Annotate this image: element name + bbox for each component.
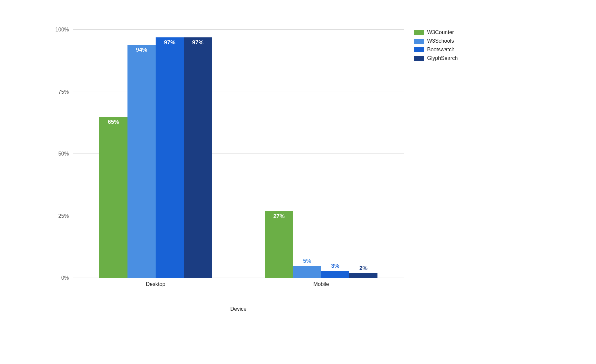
y-tick-label: 100%	[55, 27, 73, 33]
bar-value-label: 65%	[99, 119, 127, 125]
category-label: Mobile	[313, 281, 329, 287]
bar: 2%	[349, 273, 377, 278]
legend-item: Bootswatch	[414, 45, 458, 54]
bar: 94%	[127, 45, 156, 278]
bar-value-label: 97%	[184, 39, 212, 46]
legend-swatch	[414, 30, 424, 35]
bar-value-label: 94%	[127, 47, 156, 53]
y-tick-label: 50%	[58, 151, 73, 157]
legend-label: W3Schools	[427, 38, 454, 44]
legend-swatch	[414, 39, 424, 44]
y-tick-label: 0%	[61, 275, 73, 281]
bar-value-label: 3%	[321, 263, 349, 269]
bar: 97%	[156, 37, 184, 278]
chart: 0%25%50%75%100%65%94%97%97%Desktop27%5%3…	[17, 10, 497, 308]
legend-swatch	[414, 47, 424, 52]
bar: 65%	[99, 117, 127, 278]
legend-item: GlyphSearch	[414, 54, 458, 63]
bar-group: 27%5%3%2%Mobile	[238, 30, 404, 278]
legend-label: Bootswatch	[427, 47, 455, 53]
legend: W3CounterW3SchoolsBootswatchGlyphSearch	[414, 28, 458, 63]
bar-value-label: 5%	[293, 258, 321, 264]
bar: 3%	[321, 271, 349, 278]
bar-value-label: 27%	[265, 213, 293, 220]
legend-swatch	[414, 56, 424, 61]
y-tick-label: 25%	[58, 213, 73, 219]
legend-item: W3Counter	[414, 28, 458, 37]
bar-value-label: 97%	[156, 39, 184, 46]
y-tick-label: 75%	[58, 89, 73, 95]
bar-value-label: 2%	[349, 265, 377, 272]
bar-group: 65%94%97%97%Desktop	[73, 30, 238, 278]
legend-label: W3Counter	[427, 29, 454, 35]
legend-item: W3Schools	[414, 37, 458, 45]
category-label: Desktop	[146, 281, 166, 287]
x-axis-title: Device	[73, 306, 404, 312]
legend-label: GlyphSearch	[427, 55, 458, 61]
bar: 5%	[293, 266, 321, 278]
plot-area: 0%25%50%75%100%65%94%97%97%Desktop27%5%3…	[73, 30, 404, 278]
bar: 97%	[184, 37, 212, 278]
bar: 27%	[265, 211, 293, 278]
